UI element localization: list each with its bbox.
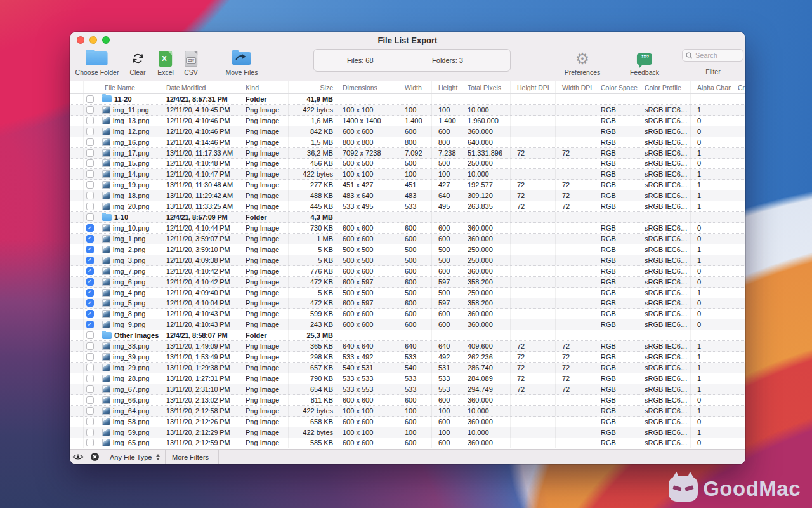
cr-cell (731, 244, 745, 255)
row-checkbox[interactable] (86, 289, 94, 297)
csv-export-button[interactable]: csv CSV (184, 50, 198, 76)
row-checkbox[interactable] (86, 278, 94, 286)
table-row[interactable]: img_38.png 13/11/20, 1:49:09 PM Png Imag… (70, 341, 745, 352)
row-checkbox[interactable] (86, 95, 94, 103)
row-checkbox[interactable] (86, 138, 94, 146)
table-row[interactable]: img_16.png 12/11/20, 4:14:46 PM Png Imag… (70, 137, 745, 148)
table-row[interactable]: img_4.png 12/11/20, 4:09:40 PM Png Image… (70, 288, 745, 298)
table-row[interactable]: img_15.png 12/11/20, 4:10:48 PM Png Imag… (70, 159, 745, 170)
row-checkbox[interactable] (86, 418, 94, 425)
table-row[interactable]: img_14.png 12/11/20, 4:10:47 PM Png Imag… (70, 169, 745, 180)
table-row[interactable]: img_7.png 12/11/20, 4:10:42 PM Png Image… (70, 266, 745, 277)
table-row[interactable]: img_3.png 12/11/20, 4:09:38 PM Png Image… (70, 255, 745, 266)
choose-folder-button[interactable]: Choose Folder (75, 50, 119, 76)
table-row[interactable]: img_67.png 13/11/20, 2:31:10 PM Png Imag… (70, 384, 745, 395)
row-checkbox[interactable] (86, 299, 94, 307)
column-header-size[interactable]: Size (289, 81, 337, 93)
table-row[interactable]: img_64.png 13/11/20, 2:12:58 PM Png Imag… (70, 406, 745, 417)
column-header-file-name[interactable]: File Name (96, 81, 162, 93)
table-row[interactable]: img_59.png 13/11/20, 2:12:29 PM Png Imag… (70, 427, 745, 438)
column-header-kind[interactable]: Kind (242, 81, 289, 93)
column-header-height-dpi[interactable]: Height DPI (511, 81, 556, 93)
table-row[interactable]: img_18.png 13/11/20, 11:29:42 AM Png Ima… (70, 190, 745, 201)
column-header-date-modified[interactable]: Date Modified (162, 81, 242, 93)
row-checkbox[interactable] (86, 353, 94, 361)
row-checkbox[interactable] (86, 267, 94, 275)
file-type-dropdown[interactable]: Any File Type (103, 450, 165, 464)
row-checkbox[interactable] (86, 181, 94, 189)
table-row[interactable]: img_12.png 12/11/20, 4:10:46 PM Png Imag… (70, 126, 745, 137)
preferences-button[interactable]: ⚙ Preferences (565, 50, 601, 76)
search-input[interactable] (695, 51, 740, 59)
table-row[interactable]: img_13.png 12/11/20, 4:10:46 PM Png Imag… (70, 116, 745, 126)
column-header-width[interactable]: Width (398, 81, 432, 93)
table-row[interactable]: img_11.png 12/11/20, 4:10:45 PM Png Imag… (70, 105, 745, 116)
row-checkbox[interactable] (86, 224, 94, 232)
table-row[interactable]: img_5.png 12/11/20, 4:10:04 PM Png Image… (70, 298, 745, 309)
row-checkbox[interactable] (86, 117, 94, 124)
clear-button[interactable]: Clear (129, 50, 145, 76)
row-checkbox[interactable] (86, 235, 94, 243)
move-files-button[interactable]: Move Files (226, 50, 258, 76)
row-checkbox[interactable] (86, 396, 94, 404)
row-checkbox[interactable] (86, 213, 94, 221)
row-checkbox[interactable] (86, 310, 94, 318)
table-row[interactable]: img_66.png 13/11/20, 2:13:02 PM Png Imag… (70, 395, 745, 406)
table-row[interactable]: img_6.png 12/11/20, 4:10:42 PM Png Image… (70, 277, 745, 288)
row-spacer (70, 137, 84, 147)
file-type-icon (102, 128, 110, 135)
table-row[interactable]: img_28.png 13/11/20, 1:27:31 PM Png Imag… (70, 373, 745, 384)
more-filters-button[interactable]: More Filters (165, 450, 218, 464)
search-field[interactable] (682, 49, 743, 62)
table-row[interactable]: Other Images 12/4/21, 8:58:07 PM Folder … (70, 330, 745, 341)
excel-label: Excel (157, 69, 174, 76)
table-row[interactable]: img_19.png 13/11/20, 11:30:48 AM Png Ima… (70, 180, 745, 190)
table-row[interactable]: 11-20 12/4/21, 8:57:31 PM Folder 41,9 MB (70, 94, 745, 105)
column-header-color-space[interactable]: Color Space (594, 81, 638, 93)
height-dpi-cell (511, 169, 556, 179)
column-header-cr[interactable]: Cr… (731, 81, 745, 93)
row-checkbox[interactable] (86, 331, 94, 339)
excel-export-button[interactable]: Excel (157, 50, 174, 76)
row-checkbox[interactable] (86, 375, 94, 382)
table-row[interactable]: img_9.png 12/11/20, 4:10:43 PM Png Image… (70, 319, 745, 330)
file-type-icon (102, 138, 110, 146)
row-checkbox[interactable] (86, 321, 94, 328)
table-row[interactable]: img_1.png 12/11/20, 3:59:07 PM Png Image… (70, 234, 745, 244)
row-checkbox[interactable] (86, 429, 94, 436)
column-header-checkbox[interactable] (84, 81, 96, 93)
table-row[interactable]: img_29.png 13/11/20, 1:29:38 PM Png Imag… (70, 363, 745, 373)
table-row[interactable]: img_10.png 12/11/20, 4:10:44 PM Png Imag… (70, 223, 745, 234)
table-row[interactable]: img_2.png 12/11/20, 3:59:10 PM Png Image… (70, 244, 745, 255)
column-header-total-pixels[interactable]: Total Pixels (461, 81, 511, 93)
feedback-button[interactable]: Feedback (630, 50, 659, 76)
column-header-color-profile[interactable]: Color Profile (638, 81, 691, 93)
table-row[interactable]: img_8.png 12/11/20, 4:10:43 PM Png Image… (70, 309, 745, 319)
column-header-alpha-channel[interactable]: Alpha Chan… (691, 81, 731, 93)
row-checkbox[interactable] (86, 385, 94, 393)
column-header-width-dpi[interactable]: Width DPI (556, 81, 594, 93)
row-checkbox[interactable] (86, 128, 94, 135)
table-row[interactable]: img_39.png 13/11/20, 1:53:49 PM Png Imag… (70, 352, 745, 363)
table-row[interactable]: img_20.png 13/11/20, 11:33:25 AM Png Ima… (70, 201, 745, 212)
table-row[interactable]: img_17.png 13/11/20, 11:17:33 AM Png Ima… (70, 148, 745, 159)
row-checkbox[interactable] (86, 246, 94, 253)
row-checkbox[interactable] (86, 407, 94, 415)
column-header-height[interactable]: Height (432, 81, 461, 93)
row-checkbox[interactable] (86, 257, 94, 264)
row-checkbox[interactable] (86, 192, 94, 199)
row-checkbox[interactable] (86, 159, 94, 167)
column-header-dimensions[interactable]: Dimensions (337, 81, 398, 93)
row-checkbox[interactable] (86, 203, 94, 210)
row-checkbox[interactable] (86, 364, 94, 371)
row-checkbox[interactable] (86, 106, 94, 114)
row-checkbox[interactable] (86, 149, 94, 157)
row-checkbox[interactable] (86, 439, 94, 446)
show-filter-button[interactable] (70, 450, 86, 464)
clear-filter-button[interactable] (86, 450, 103, 464)
row-checkbox[interactable] (86, 342, 94, 350)
row-checkbox[interactable] (86, 170, 94, 178)
table-row[interactable]: img_58.png 13/11/20, 2:12:26 PM Png Imag… (70, 417, 745, 427)
table-row[interactable]: 1-10 12/4/21, 8:57:09 PM Folder 4,3 MB (70, 212, 745, 223)
table-row[interactable]: img_65.png 13/11/20, 2:12:59 PM Png Imag… (70, 438, 745, 449)
